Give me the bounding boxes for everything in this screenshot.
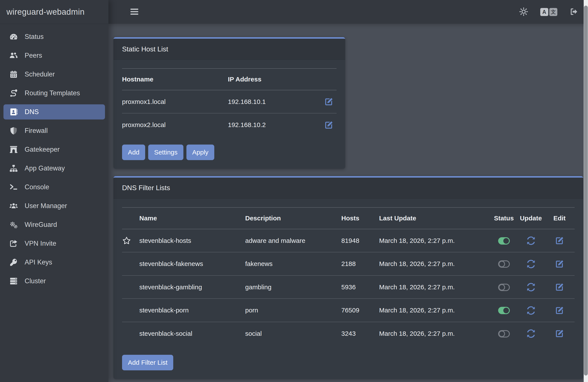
pen-to-square-icon (555, 262, 564, 265)
main-column: A 文 Static Host List (108, 0, 588, 382)
static-host-table: Hostname IP Address proxmox1.local 192.1… (122, 68, 336, 136)
scrollbar[interactable] (584, 0, 588, 382)
static-host-list-card: Static Host List Hostname IP Address (113, 37, 345, 169)
settings-button[interactable]: Settings (148, 145, 183, 160)
sidebar-item-dns[interactable]: DNS (3, 104, 105, 120)
status-toggle-on[interactable] (498, 307, 510, 314)
edit-host-button[interactable] (324, 120, 334, 130)
logout-button[interactable] (569, 7, 579, 17)
users-icon (9, 202, 19, 210)
hostname-cell: proxmox1.local (122, 90, 228, 113)
sitemap-icon (9, 164, 19, 173)
pen-to-square-icon (555, 285, 564, 289)
update-filter-button[interactable] (526, 259, 536, 269)
sidebar-item-cluster[interactable]: Cluster (3, 274, 105, 289)
host-row: proxmox2.local 192.168.10.2 (122, 113, 336, 136)
filter-last-update-cell: March 18, 2026, 2:27 p.m. (379, 252, 490, 275)
sync-icon (526, 262, 536, 265)
update-filter-button[interactable] (526, 282, 536, 292)
sidebar-item-gatekeeper[interactable]: Gatekeeper (3, 142, 105, 157)
favorite-cell (122, 298, 139, 322)
sidebar-item-vpn-invite[interactable]: VPN Invite (3, 236, 105, 251)
brand[interactable]: wireguard-webadmin (0, 0, 108, 24)
filter-row: stevenblack-fakenews fakenews 2188 March… (122, 252, 575, 275)
sidebar-item-status[interactable]: Status (3, 29, 105, 44)
add-filter-list-button[interactable]: Add Filter List (122, 355, 173, 370)
status-toggle-off[interactable] (498, 330, 510, 338)
sidebar-item-peers[interactable]: Peers (3, 48, 105, 63)
update-filter-button[interactable] (526, 329, 536, 338)
sidebar-item-label: Routing Templates (25, 89, 80, 97)
status-toggle-off[interactable] (498, 260, 510, 268)
filter-name-cell: stevenblack-gambling (139, 276, 245, 298)
share-icon (9, 239, 19, 248)
language-glyph-a: A (540, 8, 548, 16)
scrollbar-thumb[interactable] (584, 6, 588, 376)
static-host-card-body: Hostname IP Address proxmox1.local 192.1… (113, 60, 345, 169)
sidebar-item-firewall[interactable]: Firewall (3, 123, 105, 138)
filter-status-cell (490, 229, 517, 252)
status-toggle-on[interactable] (498, 237, 510, 245)
edit-filter-button[interactable] (555, 329, 564, 338)
update-filter-button[interactable] (526, 306, 536, 315)
filter-update-cell (517, 322, 544, 345)
sidebar-nav: StatusPeersSchedulerRouting TemplatesDNS… (0, 24, 108, 289)
edit-host-button[interactable] (324, 97, 334, 106)
edit-filter-button[interactable] (555, 259, 564, 269)
key-icon (9, 258, 19, 267)
pen-to-square-icon (324, 123, 334, 127)
filter-description-cell: adware and malware (245, 229, 341, 252)
filter-name-cell: stevenblack-porn (139, 298, 245, 322)
favorite-star-icon[interactable] (122, 236, 131, 245)
topbar-actions: A 文 (519, 7, 579, 17)
edit-filter-button[interactable] (555, 282, 564, 292)
bars-icon (129, 14, 140, 18)
filter-update-cell (517, 229, 544, 252)
host-edit-cell (321, 113, 336, 136)
filter-status-cell (490, 276, 517, 298)
favorite-cell (122, 229, 139, 252)
sidebar-item-api-keys[interactable]: API Keys (3, 255, 105, 270)
dns-filter-table: Name Description Hosts Last Update Statu… (122, 207, 575, 345)
edit-filter-button[interactable] (555, 236, 564, 245)
dns-filter-card-title: DNS Filter Lists (122, 184, 170, 192)
sidebar-item-console[interactable]: Console (3, 180, 105, 195)
filter-name-cell: stevenblack-social (139, 322, 245, 345)
filter-row: stevenblack-hosts adware and malware 819… (122, 229, 575, 252)
sidebar-item-wireguard[interactable]: WireGuard (3, 217, 105, 232)
static-host-card-title: Static Host List (122, 45, 168, 53)
sidebar-item-user-manager[interactable]: User Manager (3, 198, 105, 213)
sidebar-item-label: API Keys (25, 258, 52, 266)
sidebar-item-label: User Manager (25, 202, 67, 210)
filter-last-update-cell: March 18, 2026, 2:27 p.m. (379, 229, 490, 252)
filter-hosts-count-cell: 76509 (341, 298, 379, 322)
theme-toggle-button[interactable] (519, 7, 528, 17)
filter-update-cell (517, 298, 544, 322)
filter-hosts-count-cell: 81948 (341, 229, 379, 252)
add-host-button[interactable]: Add (122, 145, 145, 160)
sidebar-item-scheduler[interactable]: Scheduler (3, 67, 105, 82)
menu-toggle-button[interactable] (129, 6, 140, 18)
pen-to-square-icon (555, 309, 564, 312)
dns-filter-card-header: DNS Filter Lists (113, 178, 583, 199)
gears-icon (9, 220, 19, 229)
pen-to-square-icon (324, 100, 334, 103)
edit-filter-button[interactable] (555, 306, 564, 315)
filter-status-cell (490, 298, 517, 322)
terminal-icon (9, 183, 19, 191)
filter-last-update-cell: March 18, 2026, 2:27 p.m. (379, 322, 490, 345)
filter-hosts-count-cell: 2188 (341, 252, 379, 275)
language-button[interactable]: A 文 (540, 8, 557, 16)
sync-icon (526, 332, 536, 335)
col-name: Name (139, 207, 245, 229)
calendar-icon (9, 70, 19, 79)
update-filter-button[interactable] (526, 236, 536, 245)
col-host-edit-spacer (321, 68, 336, 90)
apply-button[interactable]: Apply (187, 145, 214, 160)
filter-update-cell (517, 252, 544, 275)
sidebar-item-routing-templates[interactable]: Routing Templates (3, 85, 105, 101)
col-description: Description (245, 207, 341, 229)
sidebar-item-app-gateway[interactable]: App Gateway (3, 161, 105, 176)
status-toggle-off[interactable] (498, 284, 510, 291)
sidebar-item-label: WireGuard (25, 221, 57, 229)
